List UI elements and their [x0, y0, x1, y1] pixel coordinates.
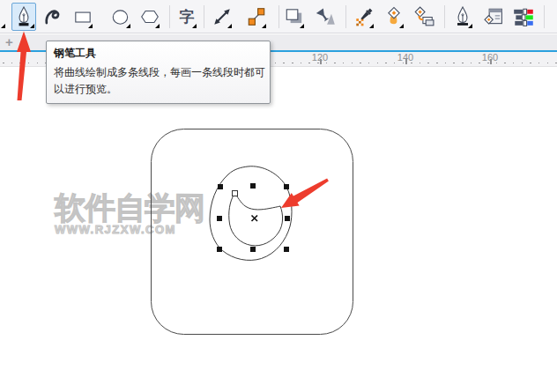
flyout-arrow-icon [399, 24, 404, 28]
tooltip-body: 将曲线绘制成多条线段，每画一条线段时都可以进行预览。 [54, 64, 265, 97]
ruler-major-tick [320, 59, 322, 64]
tool-button-partial-tool-flyout[interactable] [0, 3, 5, 31]
flyout-arrow-icon [227, 24, 232, 28]
artistic-media-tool-icon [43, 6, 64, 27]
flyout-arrow-icon [262, 24, 266, 28]
tool-button-rectangle-tool[interactable] [71, 3, 94, 31]
flyout-arrow-icon [468, 24, 472, 28]
transparency-tool-icon [316, 6, 337, 27]
tool-button-smart-fill-tool[interactable] [412, 3, 435, 31]
flyout-arrow-icon [369, 24, 374, 28]
flyout-arrow-icon [155, 24, 160, 28]
toolbar-separator [544, 5, 545, 28]
toolbar-separator [204, 5, 204, 28]
toolbar-separator [444, 5, 445, 28]
tool-button-polygon-tool[interactable] [138, 3, 161, 31]
tool-button-dimension-tool[interactable] [211, 3, 234, 31]
flyout-arrow-icon [30, 24, 34, 28]
tool-button-artistic-media-tool[interactable] [42, 3, 65, 31]
tool-button-transparency-tool[interactable] [315, 3, 338, 31]
ruler-major-tick [490, 59, 492, 64]
tool-button-drop-shadow-tool[interactable] [283, 3, 306, 31]
flyout-arrow-icon [192, 24, 197, 28]
tool-button-color-eyedropper-tool[interactable] [353, 3, 375, 31]
tool-button-ellipse-tool[interactable] [109, 3, 132, 31]
watermark-line2: WWW.RJZXW.COM [55, 223, 204, 236]
flyout-arrow-icon [88, 24, 93, 28]
outline-dialog-tool-icon [482, 6, 503, 27]
tool-button-connector-tool[interactable] [245, 3, 268, 31]
drawing-canvas[interactable]: 软件自学网 WWW.RJZXW.COM [0, 68, 557, 392]
text-tool-icon: 字 [180, 10, 195, 25]
toolbar-separator [278, 5, 279, 28]
flyout-arrow-icon [300, 24, 304, 28]
tool-button-fill-tool[interactable] [382, 3, 405, 31]
flyout-arrow-icon [126, 24, 130, 28]
tool-button-outline-dialog-tool[interactable] [481, 3, 504, 31]
watermark-line1: 软件自学网 [55, 192, 204, 225]
tooltip-title: 钢笔工具 [54, 46, 265, 61]
add-tab-icon[interactable]: + [5, 34, 13, 50]
color-settings-tool-icon [512, 6, 533, 27]
tool-button-outline-pen-tool[interactable] [451, 3, 474, 31]
ruler-major-tick [405, 59, 407, 64]
toolbox-bar: 字 [0, 0, 557, 33]
toolbar-separator [169, 5, 170, 28]
pen-tool-tooltip: 钢笔工具 将曲线绘制成多条线段，每画一条线段时都可以进行预览。 [46, 41, 271, 104]
app-window: 字 + 120 140 160 软件自学网 WWW.RJZXW.COM [0, 0, 557, 392]
flyout-arrow-icon [1, 24, 5, 28]
tool-button-color-settings-tool[interactable] [511, 3, 534, 31]
toolbar-separator [345, 5, 346, 28]
tool-button-text-tool[interactable]: 字 [175, 3, 198, 31]
tool-button-pen-tool[interactable] [11, 3, 36, 31]
watermark: 软件自学网 WWW.RJZXW.COM [55, 192, 204, 236]
smart-fill-tool-icon [413, 6, 434, 27]
